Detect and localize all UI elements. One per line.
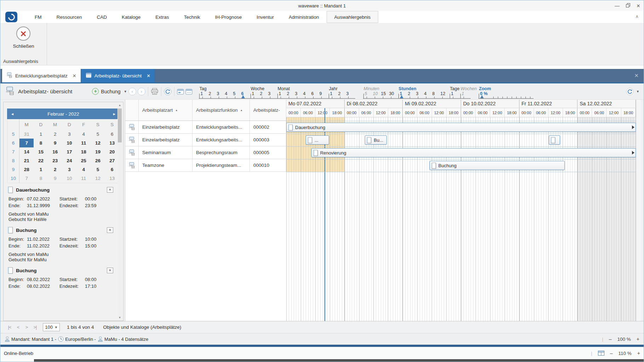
calendar-day[interactable]: 3: [62, 165, 76, 174]
menu-item-inventur[interactable]: Inventur: [249, 11, 281, 23]
tabbar-close-icon[interactable]: ✕: [634, 72, 639, 79]
calendar-day[interactable]: 17: [62, 147, 76, 156]
add-buchung-button[interactable]: + Buchung ▼: [92, 88, 127, 95]
scrollbar-thumb[interactable]: [118, 109, 122, 142]
menu-item-ih-prognose[interactable]: IH-Prognose: [207, 11, 249, 23]
calendar-day[interactable]: 10: [62, 174, 76, 183]
calendar-day[interactable]: 1: [34, 165, 48, 174]
calendar-day[interactable]: 2: [48, 165, 62, 174]
calendar-day[interactable]: 23: [48, 156, 62, 165]
booking-close-button[interactable]: ✕: [107, 268, 113, 273]
table-row[interactable]: TeamzoneProjektierungsteam...000010: [125, 159, 286, 172]
gantt-bar[interactable]: [549, 135, 560, 145]
ribbon-collapse-icon[interactable]: ∧: [635, 14, 639, 19]
calendar-day[interactable]: 8: [34, 139, 48, 147]
prev-button[interactable]: ‹: [128, 88, 136, 95]
menu-item-cad[interactable]: CAD: [90, 11, 115, 23]
chevron-down-icon[interactable]: ▼: [636, 90, 639, 93]
prev-page-button[interactable]: <: [14, 325, 22, 330]
calendar-day[interactable]: 11: [76, 174, 91, 183]
timescale-wochen[interactable]: Wochen1: [460, 86, 471, 98]
timescale-stunden[interactable]: Stunden1234812: [398, 86, 449, 98]
table-row[interactable]: EinzelarbeitsplatzEntwicklungsarbeits...…: [125, 121, 286, 134]
gantt-bar[interactable]: Renovierung: [311, 148, 636, 157]
calendar-day[interactable]: 24: [62, 156, 76, 165]
timescale-monat[interactable]: Monat123469: [277, 86, 328, 98]
timescale-tage[interactable]: Tage1: [449, 86, 460, 98]
calendar-day[interactable]: 2: [48, 130, 62, 139]
refresh-icon[interactable]: [164, 88, 172, 95]
calendar-day[interactable]: 28: [19, 165, 34, 174]
calendar-day[interactable]: 12: [91, 174, 105, 183]
column-header-arbeitsplatz[interactable]: Arbeitsplatz-: [250, 100, 286, 121]
calendar-day[interactable]: 26: [91, 156, 105, 165]
zoom-in-button[interactable]: +: [637, 336, 639, 342]
tab-close-icon[interactable]: ✕: [146, 73, 150, 78]
page-size-select[interactable]: 100 ▼: [43, 323, 60, 331]
timescale-tag[interactable]: Tag123456: [199, 86, 250, 98]
next-page-button[interactable]: >: [22, 325, 31, 330]
calendar-day[interactable]: 25: [76, 156, 91, 165]
menu-item-kataloge[interactable]: Kataloge: [114, 11, 148, 23]
zoom-out-button[interactable]: –: [610, 350, 613, 356]
calendar-day[interactable]: 4: [76, 165, 91, 174]
doc-tab-entwicklungsarbeitsplatz[interactable]: Entwicklungsarbeitsplatz✕: [2, 69, 81, 82]
tab-close-icon[interactable]: ✕: [73, 73, 76, 78]
calendar-day[interactable]: 4: [76, 130, 91, 139]
calendar-day[interactable]: 21: [19, 156, 34, 165]
zoom-out-button[interactable]: –: [609, 336, 612, 342]
calendar-day[interactable]: 16: [48, 147, 62, 156]
menu-item-extras[interactable]: Extras: [148, 11, 176, 23]
calendar-day[interactable]: 5: [91, 130, 105, 139]
calendar-day[interactable]: 5: [91, 165, 105, 174]
menu-item-fm[interactable]: FM: [27, 11, 49, 23]
timescale-zoom[interactable]: Zoom0 %: [478, 86, 534, 98]
auto-refresh-icon[interactable]: [626, 88, 634, 95]
layout-icon[interactable]: [598, 351, 604, 356]
calendar-day[interactable]: 1: [34, 130, 48, 139]
calendar-next-icon[interactable]: [185, 88, 192, 95]
calendar-day[interactable]: 7: [19, 174, 34, 183]
calendar-day[interactable]: 13: [105, 139, 119, 147]
gantt-bar[interactable]: Bu...: [365, 135, 387, 145]
calendar-day[interactable]: 15: [34, 147, 48, 156]
calendar-day[interactable]: 18: [76, 147, 91, 156]
gantt-vertical-scrollbar[interactable]: [636, 100, 641, 321]
last-page-button[interactable]: >|: [31, 325, 39, 330]
calendar-day[interactable]: 9: [48, 139, 62, 147]
doc-tab-arbeitsplatz-bersicht[interactable]: Arbeitsplatz- übersicht✕: [81, 69, 155, 82]
calendar-day[interactable]: 14: [19, 147, 34, 156]
timescale-minuten[interactable]: Minuten5101530: [363, 86, 398, 98]
calendar-prev-icon[interactable]: [177, 88, 184, 95]
gantt-bar[interactable]: Dauerbuchung: [286, 123, 636, 132]
booking-close-button[interactable]: ✕: [107, 187, 113, 193]
calendar-day[interactable]: 20: [105, 147, 119, 156]
calendar-day[interactable]: 12: [91, 139, 105, 147]
table-row[interactable]: EinzelarbeitsplatzEntwicklungsarbeits...…: [125, 134, 286, 146]
menu-item-administration[interactable]: Administration: [281, 11, 327, 23]
calendar-prev-month-icon[interactable]: ◄: [7, 112, 18, 116]
scroll-down-icon[interactable]: ▼: [117, 316, 122, 319]
calendar-day[interactable]: 10: [62, 139, 76, 147]
restore-icon[interactable]: [626, 3, 630, 8]
calendar-day[interactable]: 19: [91, 147, 105, 156]
calendar-day[interactable]: 22: [34, 156, 48, 165]
gantt-bar[interactable]: Buchung: [430, 161, 565, 170]
calendar-day[interactable]: 27: [105, 156, 119, 165]
minimize-icon[interactable]: —: [615, 3, 620, 8]
calendar-day[interactable]: 6: [105, 130, 119, 139]
menu-item-auswahlergebnis[interactable]: Auswahlergebnis: [327, 11, 379, 23]
gantt-bar[interactable]: ...: [306, 135, 329, 145]
booking-close-button[interactable]: ✕: [107, 227, 113, 233]
next-button[interactable]: ›: [138, 88, 145, 95]
first-page-button[interactable]: |<: [5, 325, 14, 330]
app-logo-icon[interactable]: [5, 12, 17, 22]
booking-scrollbar[interactable]: ▲ ▼: [117, 104, 122, 319]
calendar-day[interactable]: 9: [48, 174, 62, 183]
timescale-jahr[interactable]: Jahr123: [328, 86, 355, 98]
timescale-woche[interactable]: Woche123: [250, 86, 277, 98]
calendar-day[interactable]: 6: [105, 165, 119, 174]
close-icon[interactable]: ×: [637, 3, 640, 9]
calendar-day[interactable]: 7: [19, 139, 34, 147]
table-row[interactable]: SeminarraumBesprechungsraum000005: [125, 146, 286, 159]
